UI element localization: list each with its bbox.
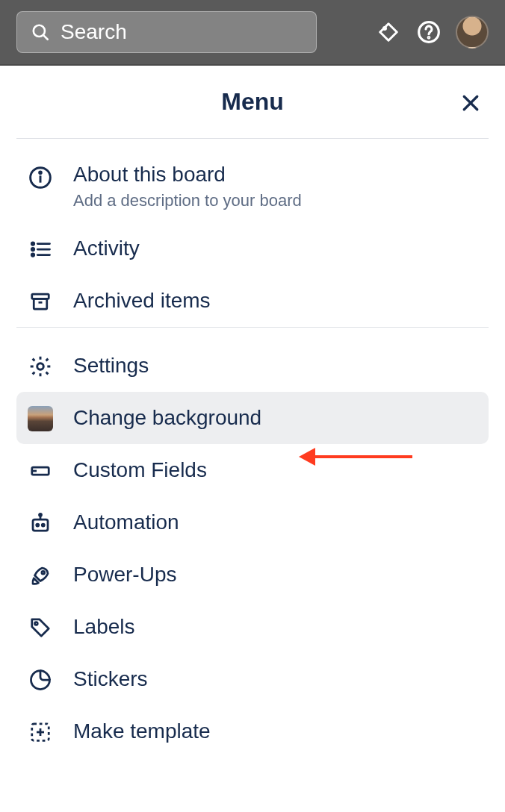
tag-icon bbox=[27, 614, 54, 641]
menu-group-2: Settings Change background Custom Fields… bbox=[16, 328, 489, 758]
menu-item-label: Archived items bbox=[73, 289, 211, 313]
menu-item-labels[interactable]: Labels bbox=[16, 601, 489, 653]
svg-point-12 bbox=[31, 248, 34, 251]
top-bar bbox=[0, 0, 505, 66]
annotation-arrow bbox=[299, 448, 412, 466]
svg-line-1 bbox=[43, 35, 47, 39]
svg-point-9 bbox=[40, 172, 42, 174]
fields-icon bbox=[27, 457, 54, 484]
svg-point-25 bbox=[37, 524, 39, 526]
menu-item-activity[interactable]: Activity bbox=[16, 222, 489, 275]
archive-icon bbox=[27, 288, 54, 315]
svg-point-19 bbox=[37, 363, 44, 370]
menu-item-label: About this board bbox=[73, 163, 302, 187]
robot-icon bbox=[27, 510, 54, 537]
svg-point-4 bbox=[428, 37, 430, 39]
gear-icon bbox=[27, 353, 54, 380]
menu-item-sub: Add a description to your board bbox=[73, 191, 302, 210]
menu-item-label: Labels bbox=[73, 615, 135, 639]
background-thumb-icon bbox=[27, 405, 54, 432]
svg-point-2 bbox=[384, 28, 386, 30]
template-icon bbox=[27, 719, 54, 746]
menu-item-about[interactable]: About this board Add a description to yo… bbox=[16, 151, 489, 222]
search-icon bbox=[31, 19, 50, 46]
menu-item-power-ups[interactable]: Power-Ups bbox=[16, 549, 489, 601]
tag-icon[interactable] bbox=[375, 19, 402, 46]
menu-item-label: Activity bbox=[73, 237, 140, 260]
activity-icon bbox=[27, 236, 54, 263]
avatar[interactable] bbox=[456, 16, 489, 49]
svg-point-28 bbox=[35, 622, 38, 625]
menu-item-archived[interactable]: Archived items bbox=[16, 275, 489, 327]
rocket-icon bbox=[27, 562, 54, 589]
svg-point-10 bbox=[31, 243, 34, 246]
svg-point-24 bbox=[40, 513, 42, 516]
panel-title: Menu bbox=[221, 88, 284, 116]
menu-item-label: Change background bbox=[73, 406, 261, 430]
menu-item-stickers[interactable]: Stickers bbox=[16, 653, 489, 705]
menu-item-label: Automation bbox=[73, 510, 179, 534]
menu-item-make-template[interactable]: Make template bbox=[16, 705, 489, 758]
panel-header: Menu bbox=[16, 66, 489, 138]
menu-item-change-background[interactable]: Change background bbox=[16, 392, 489, 444]
help-icon[interactable] bbox=[415, 19, 442, 46]
sticker-icon bbox=[27, 666, 54, 693]
menu-item-label: Settings bbox=[73, 354, 149, 378]
menu-item-label: Power-Ups bbox=[73, 563, 176, 587]
info-icon bbox=[27, 164, 54, 191]
svg-point-14 bbox=[31, 254, 34, 257]
menu-item-settings[interactable]: Settings bbox=[16, 340, 489, 392]
svg-point-27 bbox=[42, 571, 45, 574]
menu-panel: Menu About this board Add a description … bbox=[0, 66, 505, 758]
svg-rect-17 bbox=[34, 299, 47, 309]
menu-group-1: About this board Add a description to yo… bbox=[16, 139, 489, 327]
close-button[interactable] bbox=[457, 90, 484, 116]
menu-item-label: Stickers bbox=[73, 667, 148, 691]
menu-item-label: Custom Fields bbox=[73, 458, 207, 482]
search-input[interactable] bbox=[61, 20, 328, 44]
search-field[interactable] bbox=[16, 11, 317, 53]
svg-rect-22 bbox=[33, 519, 48, 531]
menu-item-custom-fields[interactable]: Custom Fields bbox=[16, 444, 489, 496]
svg-point-26 bbox=[42, 524, 44, 526]
menu-item-label: Make template bbox=[73, 719, 211, 743]
menu-item-automation[interactable]: Automation bbox=[16, 496, 489, 549]
